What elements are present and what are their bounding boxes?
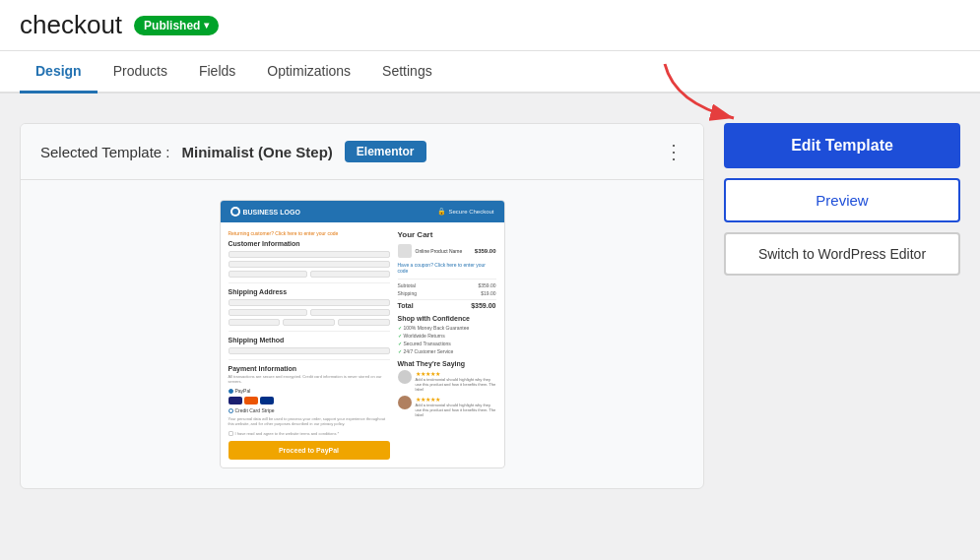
tab-settings[interactable]: Settings [366, 51, 448, 93]
mockup-city [229, 309, 308, 316]
mockup-product-price: $359.00 [475, 248, 496, 254]
mockup-product-image [398, 244, 412, 258]
mockup-mc-icon [244, 397, 258, 404]
mockup-zip-row [229, 319, 390, 326]
mockup-payment-icons [229, 397, 390, 404]
mockup-radio-paypal-dot [229, 389, 233, 394]
elementor-badge: Elementor [345, 141, 426, 162]
mockup-left: Returning customer? Click here to enter … [229, 230, 390, 460]
mockup-country [283, 319, 335, 326]
mockup-phone [338, 319, 390, 326]
mockup-customer-info-title: Customer Information [229, 240, 390, 247]
page-title: checkout [20, 10, 122, 40]
mockup-zip [229, 319, 281, 326]
mockup-logo-icon [230, 207, 240, 217]
preview-button[interactable]: Preview [724, 178, 960, 222]
mockup-radio-stripe-dot [229, 408, 233, 413]
published-badge[interactable]: Published ▾ [134, 16, 219, 35]
mockup-trust-item-3: ✓ Secured Transactions [398, 341, 496, 346]
mockup-subtotal-row: Subtotal $359.00 [398, 282, 496, 288]
lock-icon: 🔒 [437, 208, 446, 216]
action-panel: Edit Template Preview Switch to WordPres… [724, 123, 960, 276]
mockup-agree-checkbox [229, 431, 233, 436]
mockup-radio-paypal: PayPal [229, 388, 251, 394]
template-header: Selected Template : Minimalist (One Step… [21, 124, 703, 180]
mockup-trust-item-2: ✓ Worldwide Returns [398, 333, 496, 339]
template-panel: Selected Template : Minimalist (One Step… [20, 123, 704, 489]
mockup-product-name: Online Product Name [416, 248, 471, 254]
arrow-indicator [645, 54, 763, 133]
mockup-street [229, 299, 390, 306]
mockup-divider-3 [229, 359, 390, 360]
check-icon-3: ✓ [398, 341, 402, 346]
tab-products[interactable]: Products [98, 51, 183, 93]
mockup-testimonial-1: ★★★★★ Add a testimonial should highlight… [398, 370, 496, 392]
mockup-avatar-2 [398, 396, 412, 409]
top-bar: checkout Published ▾ [0, 0, 980, 51]
mockup-paypal-icon [260, 397, 274, 404]
mockup-radio-stripe: Credit Card Stripe [229, 407, 390, 413]
mockup-agree: I have read and agree to the website ter… [229, 431, 390, 436]
mockup-cta-button: Proceed to PayPal [229, 441, 390, 460]
mockup-header: BUSINESS LOGO 🔒 Secure Checkout [221, 201, 504, 222]
mockup-state [310, 309, 390, 316]
mockup-testimonial-2-text: ★★★★★ Add a testimonial should highlight… [416, 396, 496, 417]
mockup-trust-item-1: ✓ 100% Money Back Guarantee [398, 325, 496, 331]
three-dots-menu[interactable]: ⋮ [664, 140, 684, 163]
template-preview: BUSINESS LOGO 🔒 Secure Checkout Returnin… [21, 180, 703, 488]
mockup-privacy: Your personal data will be used to proce… [229, 416, 390, 426]
check-icon-4: ✓ [398, 348, 402, 354]
mockup-shipping-title: Shipping Address [229, 288, 390, 295]
selected-template-label: Selected Template : [40, 144, 169, 160]
mockup-payment-options: PayPal [229, 388, 390, 394]
check-icon-1: ✓ [398, 325, 402, 331]
mockup-name-row [229, 271, 390, 278]
tab-design[interactable]: Design [20, 51, 98, 93]
mockup-totals: Subtotal $359.00 Shipping $19.00 [398, 279, 496, 296]
mockup-payment-note: All transactions are secure and encrypte… [229, 374, 390, 384]
mockup-testimonial-1-text: ★★★★★ Add a testimonial should highlight… [416, 370, 496, 392]
mockup-product-info: Online Product Name [416, 248, 471, 254]
mockup-trust-item-4: ✓ 24/7 Customer Service [398, 348, 496, 354]
mockup-visa-icon [229, 397, 242, 404]
mockup-testimonial-2: ★★★★★ Add a testimonial should highlight… [398, 396, 496, 417]
mockup-stars-1: ★★★★★ [416, 370, 496, 377]
mockup-email-field [229, 251, 390, 258]
svg-point-0 [232, 209, 238, 215]
mockup-shipping-row: Shipping $19.00 [398, 290, 496, 296]
template-name: Minimalist (One Step) [181, 144, 332, 160]
mockup-total-final: Total $359.00 [398, 299, 496, 309]
nav-tabs: Design Products Fields Optimizations Set… [0, 51, 980, 93]
chevron-down-icon: ▾ [204, 20, 209, 31]
mockup-have-coupon: Have a coupon? Click here to enter your … [398, 262, 496, 274]
mockup-logo: BUSINESS LOGO [230, 207, 300, 217]
mockup-body: Returning customer? Click here to enter … [221, 222, 504, 467]
mockup-secure: 🔒 Secure Checkout [437, 208, 493, 216]
mockup-shipping-method-title: Shipping Method [229, 337, 390, 343]
mockup-account-field [229, 261, 390, 268]
mockup-testimonials-title: What They're Saying [398, 360, 496, 367]
mockup-stars-2: ★★★★★ [416, 396, 496, 403]
mockup-divider-1 [229, 282, 390, 283]
main-content: Selected Template : Minimalist (One Step… [0, 93, 980, 519]
mockup-trust-title: Shop with Confidence [398, 315, 496, 322]
tab-fields[interactable]: Fields [183, 51, 251, 93]
mockup-last-name [310, 271, 390, 278]
mockup-first-name [229, 271, 308, 278]
switch-editor-button[interactable]: Switch to WordPress Editor [724, 232, 960, 276]
checkout-mockup: BUSINESS LOGO 🔒 Secure Checkout Returnin… [220, 200, 505, 468]
mockup-divider-2 [229, 331, 390, 332]
mockup-payment-title: Payment Information [229, 365, 390, 372]
mockup-avatar-1 [398, 370, 412, 384]
mockup-cart-item: Online Product Name $359.00 [398, 244, 496, 258]
mockup-returning: Returning customer? Click here to enter … [229, 230, 390, 236]
mockup-city-row [229, 309, 390, 316]
mockup-cart-title: Your Cart [398, 230, 496, 239]
template-header-left: Selected Template : Minimalist (One Step… [40, 141, 426, 162]
mockup-shipping-option [229, 347, 390, 354]
mockup-right: Your Cart Online Product Name $359.00 Ha… [398, 230, 496, 460]
check-icon-2: ✓ [398, 333, 402, 339]
tab-optimizations[interactable]: Optimizations [251, 51, 366, 93]
